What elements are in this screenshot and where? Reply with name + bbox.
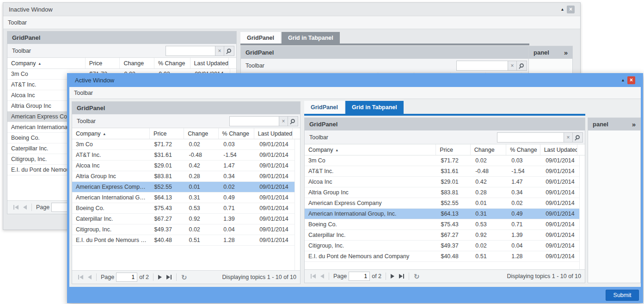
table-row[interactable]: Caterpillar Inc.$67.270.921.3909/01/2014 (305, 230, 579, 241)
table-cell: 09/01/2014 (542, 198, 579, 208)
close-window-button[interactable]: × (627, 76, 635, 84)
table-cell: 0.49 (508, 209, 542, 219)
table-cell: 0.28 (472, 187, 508, 198)
page-number-input[interactable] (349, 272, 370, 281)
table-row[interactable]: Citigroup, Inc.$49.370.020.0409/01/2014 (72, 224, 294, 235)
table-cell: $29.01 (437, 177, 472, 187)
column-header-price[interactable]: Price (86, 58, 120, 68)
search-input[interactable] (166, 46, 215, 56)
refresh-icon[interactable]: ↻ (179, 274, 190, 281)
table-row[interactable]: American International Group, Inc.$64.13… (72, 192, 294, 203)
search-button[interactable] (288, 116, 298, 126)
close-window-button[interactable]: × (567, 6, 575, 13)
table-cell: $75.43 (151, 203, 185, 213)
column-header-last-updated[interactable]: Last Updated (190, 58, 229, 68)
column-header-pct-change[interactable]: % Change (506, 144, 540, 155)
table-cell: 09/01/2014 (542, 219, 579, 230)
sort-asc-icon: ▴ (336, 148, 338, 152)
table-cell: 0.42 (472, 177, 508, 187)
column-header-price[interactable]: Price (150, 128, 184, 139)
table-row[interactable]: Boeing Co.$75.430.530.7109/01/2014 (305, 219, 579, 230)
pager-status: Displaying topics 1 - 10 of 10 (507, 273, 581, 279)
last-page-button[interactable] (164, 275, 174, 279)
prev-page-button[interactable] (86, 275, 94, 279)
first-page-button[interactable] (308, 274, 318, 279)
search-button[interactable] (573, 132, 583, 143)
clear-search-button[interactable]: × (508, 61, 517, 71)
tab-grid-in-tabpanel[interactable]: Grid in Tabpanel (345, 101, 404, 114)
column-header-change[interactable]: Change (471, 144, 506, 155)
refresh-icon[interactable]: ↻ (411, 273, 422, 280)
search-input[interactable] (456, 61, 508, 71)
table-row[interactable]: E.I. du Pont de Nemours and Company$40.4… (72, 235, 294, 246)
prev-page-button[interactable] (318, 274, 326, 279)
submit-button[interactable]: Submit (606, 290, 639, 301)
column-header-change[interactable]: Change (184, 128, 218, 139)
tab-gridpanel[interactable]: GridPanel (304, 101, 344, 114)
column-header-last-updated[interactable]: Last Updated (254, 128, 293, 139)
collapsed-panel-header[interactable]: panel » (588, 118, 640, 130)
close-icon: × (569, 6, 572, 12)
last-page-button[interactable] (397, 274, 406, 279)
table-cell: 0.51 (185, 235, 220, 245)
expand-panel-icon[interactable]: » (632, 120, 636, 128)
next-page-button[interactable] (388, 274, 397, 279)
column-header-pct-change[interactable]: % Change (219, 128, 254, 139)
table-row[interactable]: American International Group, Inc.$64.13… (305, 209, 579, 219)
table-cell: 0.42 (185, 161, 220, 171)
search-button[interactable] (517, 61, 527, 71)
column-header-pct-change[interactable]: % Change (154, 58, 190, 68)
column-header-company[interactable]: Company▴ (72, 128, 150, 139)
table-row[interactable]: AT&T Inc.$31.61-0.48-1.5409/01/2014 (305, 166, 579, 177)
grid-panel-header: GridPanel (7, 31, 236, 44)
search-input[interactable] (497, 132, 564, 143)
first-page-button[interactable] (11, 205, 21, 210)
table-row[interactable]: Boeing Co.$75.430.530.7109/01/2014 (72, 203, 294, 214)
column-header-price[interactable]: Price (436, 144, 470, 155)
expand-panel-icon[interactable]: » (564, 49, 568, 56)
table-row[interactable]: Caterpillar Inc.$67.270.921.3909/01/2014 (72, 214, 294, 224)
table-row[interactable]: Alcoa Inc$29.010.421.4709/01/2014 (305, 177, 579, 187)
table-row[interactable]: E.I. du Pont de Nemours and Company$40.4… (305, 251, 579, 262)
toolbar-label: Toolbar (77, 118, 96, 124)
table-cell: American International Group, Inc. (72, 192, 151, 203)
table-row[interactable]: AT&T Inc.$31.61-0.48-1.5409/01/2014 (72, 150, 294, 161)
clear-search-button[interactable]: × (564, 132, 573, 143)
tab-gridpanel[interactable]: GridPanel (240, 32, 281, 43)
column-header-company[interactable]: Company▴ (305, 144, 436, 155)
page-number-input[interactable] (116, 273, 137, 282)
table-row[interactable]: 3m Co$71.720.020.0309/01/2014 (72, 139, 294, 150)
table-cell: 09/01/2014 (256, 139, 294, 149)
column-header-company[interactable]: Company▴ (7, 58, 86, 68)
collapsed-panel-header[interactable]: panel » (529, 46, 572, 59)
table-cell: -1.54 (508, 166, 542, 176)
table-row[interactable]: Alcoa Inc$29.010.421.4709/01/2014 (72, 161, 294, 171)
clear-search-button[interactable]: × (215, 46, 224, 56)
table-row[interactable]: Altria Group Inc$83.810.280.3409/01/2014 (72, 171, 294, 182)
table-row[interactable]: 3m Co$71.720.020.0309/01/2014 (305, 155, 579, 166)
column-header-change[interactable]: Change (120, 58, 154, 68)
close-icon: × (630, 77, 633, 83)
clear-search-button[interactable]: × (279, 116, 288, 126)
next-page-button[interactable] (156, 275, 164, 279)
table-cell: 0.53 (185, 203, 220, 213)
table-row[interactable]: Altria Group Inc$83.810.280.3409/01/2014 (305, 187, 579, 198)
column-header-last-updated[interactable]: Last Updated (540, 144, 577, 155)
table-row[interactable]: Citigroup, Inc.$49.370.020.0409/01/2014 (305, 241, 579, 251)
tab-grid-in-tabpanel[interactable]: Grid in Tabpanel (282, 32, 340, 43)
search-button[interactable] (224, 46, 234, 56)
search-input[interactable] (229, 116, 279, 126)
table-row[interactable]: American Express Company$52.550.010.0209… (72, 182, 294, 192)
prev-page-button[interactable] (21, 205, 29, 210)
window-title: Active Window (75, 77, 114, 84)
grid-panel-title: GridPanel (309, 121, 337, 128)
collapse-window-icon[interactable]: ▴ (622, 78, 624, 82)
collapse-window-icon[interactable]: ▴ (561, 7, 564, 12)
table-cell: $67.27 (151, 214, 185, 224)
table-row[interactable]: American Express Company$52.550.010.0209… (305, 198, 579, 209)
first-page-button[interactable] (76, 275, 86, 279)
window-titlebar[interactable]: Active Window ▴ × (69, 73, 641, 87)
window-titlebar[interactable]: Inactive Window ▴ × (3, 3, 580, 16)
toolbar-label: Toolbar (309, 134, 328, 141)
table-cell: -1.54 (220, 150, 256, 160)
